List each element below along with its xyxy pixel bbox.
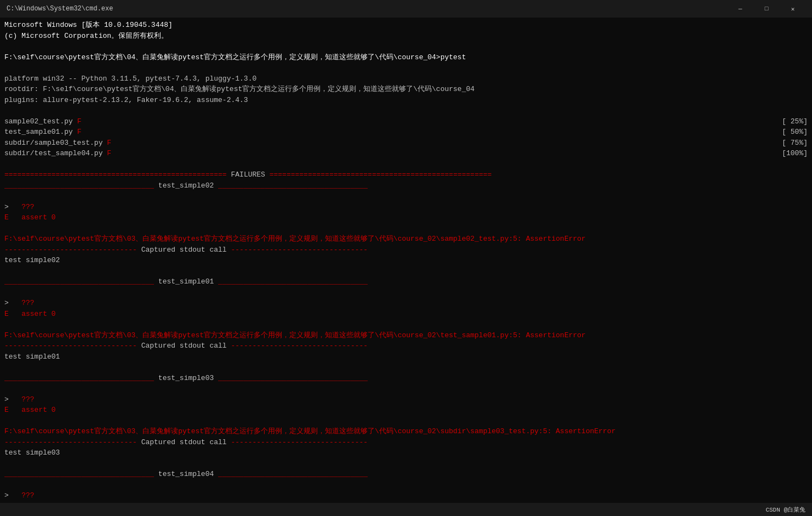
console-line: F:\self\course\pytest官方文档\04、白菜兔解读pytest… <box>4 52 808 63</box>
status-bar: CSDN @白菜兔 <box>0 503 812 516</box>
console-output: Microsoft Windows [版本 10.0.19045.3448](c… <box>0 18 812 503</box>
console-line: Microsoft Windows [版本 10.0.19045.3448] <box>4 20 808 31</box>
console-line <box>4 416 808 427</box>
close-button[interactable]: ✕ <box>780 0 805 18</box>
console-line <box>4 159 808 170</box>
console-line: test simple01 <box>4 351 808 362</box>
sep-captured: ------------------------------- Captured… <box>4 341 808 351</box>
window: C:\Windows\System32\cmd.exe — □ ✕ Micros… <box>0 0 812 516</box>
sep-captured: ------------------------------- Captured… <box>4 437 808 448</box>
console-line: (c) Microsoft Corporation。保留所有权利。 <box>4 31 808 42</box>
titlebar: C:\Windows\System32\cmd.exe — □ ✕ <box>0 0 812 18</box>
console-line: test simple03 <box>4 447 808 458</box>
console-line: F:\self\course\pytest官方文档\03、白菜兔解读pytest… <box>4 426 808 437</box>
sep-captured: ------------------------------- Captured… <box>4 245 808 256</box>
progress-line: sample02_test.py F[ 25%] <box>4 116 808 127</box>
console-line <box>4 41 808 52</box>
assert-line: E assert 0 <box>4 405 808 416</box>
console-line <box>4 63 808 73</box>
console-line <box>4 266 808 277</box>
maximize-button[interactable]: □ <box>754 0 779 18</box>
progress-line: subdir/test_sample04.py F[100%] <box>4 148 808 159</box>
console-line: F:\self\course\pytest官方文档\03、白菜兔解读pytest… <box>4 234 808 245</box>
console-line <box>4 480 808 491</box>
console-line: plugins: allure-pytest-2.13.2, Faker-19.… <box>4 95 808 106</box>
sep-failures: ========================================… <box>4 169 808 180</box>
console-line <box>4 223 808 234</box>
console-line <box>4 383 808 394</box>
sep-test: ___________________________________ test… <box>4 276 808 287</box>
progress-line: subdir/sample03_test.py F[ 75%] <box>4 138 808 149</box>
arrow-line: > ??? <box>4 394 808 405</box>
assert-line: E assert 0 <box>4 212 808 223</box>
console-line: F:\self\course\pytest官方文档\03、白菜兔解读pytest… <box>4 330 808 341</box>
titlebar-buttons: — □ ✕ <box>728 0 805 18</box>
console-line <box>4 362 808 373</box>
assert-line: E assert 0 <box>4 309 808 320</box>
arrow-line: > ??? <box>4 202 808 213</box>
console-line <box>4 287 808 298</box>
console-line <box>4 191 808 202</box>
arrow-line: > ??? <box>4 490 808 501</box>
brand-label: CSDN @白菜兔 <box>765 506 805 514</box>
console-line: platform win32 -- Python 3.11.5, pytest-… <box>4 73 808 84</box>
console-line <box>4 105 808 116</box>
sep-test: ___________________________________ test… <box>4 180 808 191</box>
arrow-line: > ??? <box>4 298 808 309</box>
console-line: test simple02 <box>4 255 808 266</box>
minimize-button[interactable]: — <box>728 0 753 18</box>
sep-test: ___________________________________ test… <box>4 373 808 384</box>
titlebar-title: C:\Windows\System32\cmd.exe <box>7 5 728 13</box>
sep-test: ___________________________________ test… <box>4 469 808 480</box>
console-line <box>4 458 808 469</box>
progress-line: test_sample01.py F[ 50%] <box>4 127 808 138</box>
console-line: rootdir: F:\self\course\pytest官方文档\04、白菜… <box>4 84 808 95</box>
console-line <box>4 319 808 330</box>
